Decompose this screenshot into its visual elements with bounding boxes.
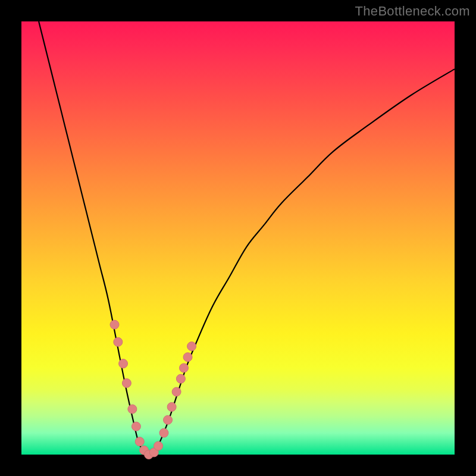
marker-dot xyxy=(119,359,128,368)
marker-dot xyxy=(114,337,123,346)
marker-dot xyxy=(135,437,144,446)
marker-dot xyxy=(154,441,163,450)
chart-frame: TheBottleneck.com xyxy=(0,0,476,476)
marker-dot xyxy=(128,405,137,414)
marker-dot xyxy=(176,374,185,383)
highlight-markers xyxy=(110,320,196,459)
bottleneck-curve xyxy=(39,21,455,455)
plot-area xyxy=(21,21,455,455)
marker-dot xyxy=(159,428,168,437)
marker-dot xyxy=(183,353,192,362)
marker-dot xyxy=(187,342,196,351)
marker-dot xyxy=(180,364,189,372)
marker-dot xyxy=(110,320,119,329)
marker-dot xyxy=(172,387,181,396)
marker-dot xyxy=(131,422,140,431)
marker-dot xyxy=(164,415,173,424)
marker-dot xyxy=(167,402,176,411)
curve-svg xyxy=(21,21,455,455)
marker-dot xyxy=(122,378,131,387)
watermark-text: TheBottleneck.com xyxy=(355,4,470,19)
